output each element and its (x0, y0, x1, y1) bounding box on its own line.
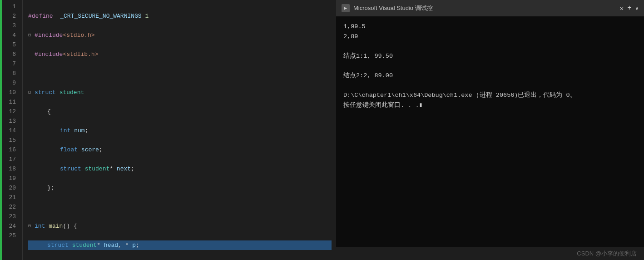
terminal-line-5 (343, 61, 637, 71)
ln-1: 1 (4, 2, 19, 11)
ln-11: 11 (4, 97, 19, 107)
terminal-output: 1,99.5 2,89 结点1:1, 99.50 结点2:2, 89.00 D:… (336, 16, 644, 247)
code-line-13: struct student* head, * p; (28, 240, 332, 250)
ln-24: 24 (4, 221, 19, 231)
ln-17: 17 (4, 155, 19, 164)
ln-12: 12 (4, 107, 19, 116)
editor-border (0, 0, 2, 260)
terminal-line-3 (343, 41, 637, 51)
define-keyword: #define (28, 11, 53, 21)
code-line-3: #include<stdlib.h> (28, 50, 332, 59)
ln-4: 4 (4, 30, 19, 40)
ln-18: 18 (4, 164, 19, 174)
ln-13: 13 (4, 116, 19, 126)
ln-22: 22 (4, 202, 19, 212)
terminal-line-9: 按任意键关闭此窗口. . .▮ (343, 100, 637, 110)
terminal-line-4: 结点1:1, 99.50 (343, 51, 637, 61)
code-line-11 (28, 202, 332, 212)
terminal-titlebar: ▶ Microsoft Visual Studio 调试控 ✕ + ∨ (336, 0, 644, 16)
ln-6: 6 (4, 50, 19, 59)
terminal-line-8: D:\C\chapter1\ch1\x64\Debug\ch1.exe (进程 … (343, 90, 637, 100)
ln-20: 20 (4, 183, 19, 193)
ln-21: 21 (4, 193, 19, 202)
code-line-9: struct student* next; (28, 164, 332, 174)
collapse-icon-5[interactable]: ⊟ (28, 88, 35, 97)
line-numbers: 1 2 3 4 5 6 7 8 9 10 11 12 13 14 15 16 1… (0, 0, 23, 260)
ln-8: 8 (4, 69, 19, 78)
terminal-line-7 (343, 81, 637, 91)
code-line-5: ⊟struct student (28, 88, 332, 97)
code-lines: #define _CRT_SECURE_NO_WARNINGS 1 ⊟#incl… (23, 0, 332, 260)
terminal-footer: CSDN @小李的便利店 (336, 247, 644, 260)
terminal-chevron-icon[interactable]: ∨ (635, 5, 639, 12)
ln-9: 9 (4, 78, 19, 88)
code-line-2: ⊟#include<stdio.h> (28, 30, 332, 40)
terminal-close-button[interactable]: ✕ (620, 5, 624, 12)
ln-7: 7 (4, 59, 19, 69)
terminal-panel: ▶ Microsoft Visual Studio 调试控 ✕ + ∨ 1,99… (336, 0, 644, 260)
ln-3: 3 (4, 21, 19, 30)
terminal-line-1: 1,99.5 (343, 22, 637, 32)
code-line-7: int num; (28, 126, 332, 135)
ln-10: 10 (4, 88, 19, 97)
terminal-add-button[interactable]: + (627, 4, 632, 12)
code-editor: 1 2 3 4 5 6 7 8 9 10 11 12 13 14 15 16 1… (0, 0, 332, 260)
code-line-1: #define _CRT_SECURE_NO_WARNINGS 1 (28, 11, 332, 21)
collapse-icon-12[interactable]: ⊟ (28, 221, 35, 231)
ln-19: 19 (4, 174, 19, 183)
ln-16: 16 (4, 145, 19, 155)
collapse-icon-2[interactable]: ⊟ (28, 30, 35, 40)
ln-2: 2 (4, 11, 19, 21)
code-line-8: float score; (28, 145, 332, 155)
terminal-icon: ▶ (342, 4, 350, 12)
terminal-title: Microsoft Visual Studio 调试控 (353, 4, 614, 12)
watermark-text: CSDN @小李的便利店 (577, 250, 637, 258)
ln-14: 14 (4, 126, 19, 135)
ln-25: 25 (4, 231, 19, 240)
code-line-4 (28, 69, 332, 78)
ln-23: 23 (4, 212, 19, 221)
terminal-line-2: 2,89 (343, 32, 637, 42)
code-line-12: ⊟int main() { (28, 221, 332, 231)
code-line-10: }; (28, 183, 332, 193)
code-line-6: { (28, 107, 332, 116)
ln-15: 15 (4, 135, 19, 145)
ln-5: 5 (4, 40, 19, 50)
terminal-line-6: 结点2:2, 89.00 (343, 71, 637, 81)
